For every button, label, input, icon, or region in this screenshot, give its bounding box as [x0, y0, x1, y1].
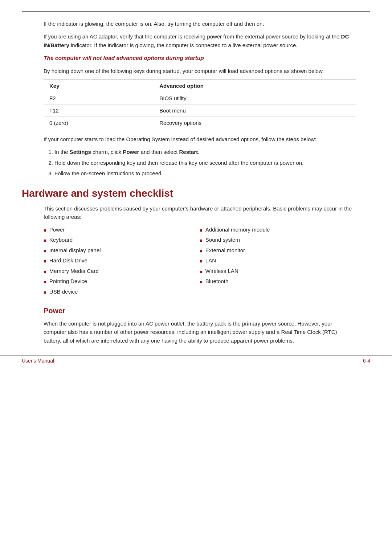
bullet-icon: ■ [44, 237, 46, 244]
list-item: ■Bluetooth [200, 277, 356, 286]
bullet-icon: ■ [44, 227, 46, 234]
list-item: ■Pointing Device [44, 277, 200, 286]
bullet-lists: ■Power ■Keyboard ■Internal display panel… [44, 226, 356, 298]
list-item: ■Internal display panel [44, 246, 200, 255]
bullet-icon: ■ [200, 227, 203, 234]
key-f2: F2 [44, 92, 154, 105]
list-item: ■Wireless LAN [200, 267, 356, 275]
list-item: ■External monitor [200, 246, 356, 255]
left-bullet-list: ■Power ■Keyboard ■Internal display panel… [44, 226, 200, 298]
bullet-icon: ■ [200, 278, 203, 286]
list-item: ■Sound system [200, 236, 356, 244]
bullet-icon: ■ [44, 268, 46, 275]
col1-header: Key [44, 80, 154, 92]
footer-left: User's Manual [22, 358, 54, 364]
main-heading: Hardware and system checklist [22, 188, 370, 199]
paragraph-1: If the indicator is glowing, the compute… [44, 20, 356, 28]
list-item: ■Keyboard [44, 236, 200, 244]
list-item: ■USB device [44, 288, 200, 296]
table-row: F12 Boot menu [44, 105, 356, 117]
table-row: 0 (zero) Recovery options [44, 117, 356, 129]
key-zero: 0 (zero) [44, 117, 154, 129]
list-item: ■Memory Media Card [44, 267, 200, 275]
after-table-text: If your computer starts to load the Oper… [44, 135, 356, 143]
list-item: ■LAN [200, 257, 356, 265]
bullet-icon: ■ [44, 289, 46, 296]
top-border [22, 11, 370, 12]
power-heading: Power [44, 307, 356, 315]
bullet-icon: ■ [200, 268, 203, 275]
paragraph-2: If you are using an AC adaptor, verify t… [44, 32, 356, 49]
list-item: ■Hard Disk Drive [44, 257, 200, 265]
subheading: The computer will not load advanced opti… [44, 54, 356, 62]
right-bullet-list: ■Additional memory module ■Sound system … [200, 226, 356, 298]
bullet-icon: ■ [44, 278, 46, 286]
footer-right: 6-4 [363, 358, 370, 364]
step-1: In the Settings charm, click Power and t… [54, 148, 356, 156]
intro-text: By holding down one of the following key… [44, 67, 356, 75]
bullet-icon: ■ [200, 258, 203, 265]
step-2: Hold down the corresponding key and then… [54, 159, 356, 167]
key-f12: F12 [44, 105, 154, 117]
key-table: Key Advanced option F2 BIOS utility F12 … [44, 79, 356, 129]
bullet-icon: ■ [44, 258, 46, 265]
bullet-icon: ■ [44, 248, 46, 255]
option-boot: Boot menu [154, 105, 356, 117]
bullet-icon: ■ [200, 237, 203, 244]
page: If the indicator is glowing, the compute… [0, 0, 392, 371]
step-3: Follow the on-screen instructions to pro… [54, 169, 356, 177]
table-row: F2 BIOS utility [44, 92, 356, 105]
footer: User's Manual 6-4 [0, 355, 392, 364]
power-text: When the computer is not plugged into an… [44, 319, 356, 345]
list-item: ■Power [44, 226, 200, 234]
col2-header: Advanced option [154, 80, 356, 92]
option-bios: BIOS utility [154, 92, 356, 105]
steps-list: In the Settings charm, click Power and t… [54, 148, 356, 177]
list-item: ■Additional memory module [200, 226, 356, 234]
option-recovery: Recovery options [154, 117, 356, 129]
bullet-icon: ■ [200, 248, 203, 255]
main-intro: This section discusses problems caused b… [44, 204, 356, 221]
